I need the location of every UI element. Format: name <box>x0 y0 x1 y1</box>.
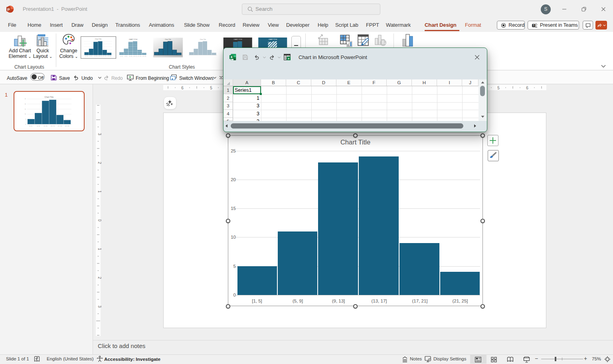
svg-text:[1, 5]: [1, 5] <box>121 55 123 57</box>
svg-text:5: 5 <box>497 86 500 90</box>
svg-text:(13, 17]: (13, 17] <box>99 55 102 57</box>
svg-text:CHART TITLE: CHART TITLE <box>269 39 277 40</box>
svg-text:(21, 25]: (21, 25] <box>65 125 69 127</box>
svg-text:1: 1 <box>97 190 101 193</box>
svg-text:(5, 9]: (5, 9] <box>90 55 92 57</box>
svg-text:Chart Title: Chart Title <box>95 38 101 40</box>
svg-text:2: 2 <box>97 277 101 279</box>
svg-text:2: 2 <box>97 162 101 164</box>
svg-text:6: 6 <box>181 86 184 90</box>
svg-text:Chart Title: Chart Title <box>45 96 54 98</box>
svg-text:(21, 25]: (21, 25] <box>108 55 111 57</box>
svg-text:(9, 13]: (9, 13] <box>129 55 132 57</box>
svg-text:3: 3 <box>97 133 101 135</box>
svg-text:5: 5 <box>25 119 26 120</box>
svg-text:0: 0 <box>25 124 26 125</box>
svg-text:(5, 9]: (5, 9] <box>125 55 127 57</box>
svg-text:Chart Title: Chart Title <box>165 39 171 40</box>
svg-text:3: 3 <box>97 305 101 308</box>
svg-text:(21, 25]: (21, 25] <box>142 55 146 57</box>
svg-text:[1, 5]: [1, 5] <box>30 125 32 127</box>
svg-text:[1, 5]: [1, 5] <box>85 55 88 57</box>
svg-text:P: P <box>7 7 10 12</box>
svg-text:15: 15 <box>25 109 26 110</box>
svg-text:(17, 21]: (17, 21] <box>58 125 62 127</box>
svg-text:0: 0 <box>97 219 101 222</box>
svg-text:Chart Title: Chart Title <box>200 39 206 40</box>
svg-text:CHART TITLE: CHART TITLE <box>233 39 242 40</box>
svg-text:10: 10 <box>25 113 26 115</box>
svg-text:(9, 13]: (9, 13] <box>94 55 97 57</box>
svg-text:(17, 21]: (17, 21] <box>103 55 107 57</box>
svg-text:X: X <box>230 55 233 59</box>
svg-text:25: 25 <box>25 98 26 100</box>
svg-text:CHART TITLE: CHART TITLE <box>129 39 138 40</box>
svg-text:(17, 21]: (17, 21] <box>138 55 141 57</box>
svg-text:20: 20 <box>25 103 26 105</box>
svg-text:6: 6 <box>526 86 528 90</box>
svg-text:(13, 17]: (13, 17] <box>133 55 137 57</box>
svg-text:1: 1 <box>97 248 101 250</box>
svg-text:(13, 17]: (13, 17] <box>51 125 55 127</box>
svg-text:T: T <box>533 24 534 27</box>
svg-text:(9, 13]: (9, 13] <box>44 125 47 127</box>
svg-text:(5, 9]: (5, 9] <box>37 125 40 127</box>
svg-text:5: 5 <box>210 86 212 90</box>
